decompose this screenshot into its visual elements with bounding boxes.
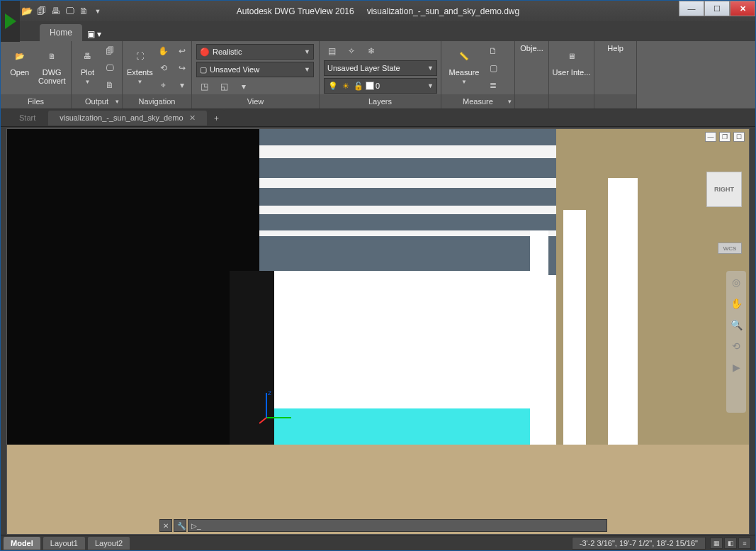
nav-orbit-icon[interactable]: ⟲ [729, 339, 743, 353]
model-viewport[interactable]: Z — ❐ ☐ RIGHT WCS ◎ ✋ 🔍 ⟲ ▶ ✕ 🔧 ▷_ [6, 128, 750, 535]
user-interface-button[interactable]: 🖥 User Inte... [552, 44, 592, 77]
status-scale-button[interactable]: ◧ [724, 538, 737, 549]
tab-layout2[interactable]: Layout2 [88, 537, 130, 550]
panel-obj-title [515, 94, 548, 108]
cmd-config-icon[interactable]: 🔧 [174, 519, 186, 532]
export-button[interactable]: 🗎 [102, 78, 118, 92]
panel-help: Help [594, 41, 637, 108]
nav-wheel-icon[interactable]: ◎ [729, 275, 743, 289]
panel-output: 🖶 Plot ▼ 🗐 🖵 🗎 Output▾ [72, 41, 123, 108]
view-manager-button[interactable]: ▾ [236, 79, 252, 94]
window-controls: — ☐ ✕ [679, 1, 755, 16]
plot-label: Plot [81, 68, 94, 77]
bulb-icon: 💡 [327, 80, 339, 91]
measure-button[interactable]: 📏 Measure ▼ [446, 44, 483, 87]
status-bar: Model Layout1 Layout2 -3'-2 3/16", 19'-7… [1, 535, 755, 550]
ribbon-tabs: Home ▣ ▾ [1, 21, 755, 41]
cmd-input[interactable]: ▷_ [188, 519, 607, 532]
tab-layout1[interactable]: Layout1 [43, 537, 85, 550]
lock-icon: 🔓 [353, 80, 364, 91]
close-icon[interactable]: ✕ [189, 113, 196, 123]
batch-plot-button[interactable]: 🗐 [102, 44, 118, 58]
qat-publish-icon[interactable]: 🗎 [77, 5, 90, 18]
qat-save-icon[interactable]: 🗐 [35, 5, 47, 18]
ui-label: User Inte... [553, 68, 591, 77]
zoom-prev-button[interactable]: ↩ [174, 44, 190, 58]
view-top-button[interactable]: ◱ [216, 79, 232, 94]
command-line[interactable]: ✕ 🔧 ▷_ [159, 518, 607, 533]
layer-current-combo[interactable]: 💡 ☀ 🔓 0 ▼ [324, 78, 437, 94]
layer-state-combo[interactable]: Unsaved Layer State ▼ [324, 60, 437, 76]
qat-drop-icon[interactable]: ▼ [91, 5, 104, 18]
open-label: Open [10, 68, 29, 77]
qat-plot-icon[interactable]: 🖶 [49, 5, 62, 18]
maximize-button[interactable]: ☐ [704, 1, 730, 16]
tab-home[interactable]: Home [40, 24, 82, 41]
coordinates-readout: -3'-2 3/16", 19'-7 1/2", 18'-2 15/16" [572, 537, 706, 550]
orbit-button[interactable]: ⟲ [156, 61, 171, 75]
color-swatch [366, 82, 374, 90]
app-title: Autodesk DWG TrueView 2016 [237, 6, 354, 16]
wcs-label[interactable]: WCS [718, 243, 742, 254]
app-menu-button[interactable] [1, 1, 20, 42]
vp-restore-button[interactable]: ❐ [719, 132, 730, 142]
panel-layers: ▤ ✧ ❄ Unsaved Layer State ▼ 💡 ☀ 🔓 0 ▼ La… [320, 41, 441, 108]
panel-object: Obje... [515, 41, 549, 108]
visual-style-combo[interactable]: 🔴Realistic ▼ [196, 44, 314, 60]
drawing-tabs: Start visualization_-_sun_and_sky_demo ✕… [1, 109, 755, 127]
list-button[interactable]: ≣ [485, 78, 501, 92]
panel-ui: 🖥 User Inte... [549, 41, 594, 108]
svg-marker-0 [5, 13, 16, 29]
view-iso-button[interactable]: ◳ [196, 79, 212, 94]
svg-line-3 [259, 418, 266, 423]
layer-off-button[interactable]: ✧ [344, 44, 359, 58]
measure-label: Measure [449, 68, 480, 77]
steering-button[interactable]: ⌖ [156, 78, 171, 92]
panel-view: 🔴Realistic ▼ ▢Unsaved View ▼ ◳ ◱ ▾ View [192, 41, 320, 108]
pan-button[interactable]: ✋ [156, 44, 171, 58]
zoom-next-button[interactable]: ↪ [174, 61, 190, 75]
nav-zoom-icon[interactable]: 🔍 [729, 318, 743, 332]
layer-freeze-button[interactable]: ❄ [363, 44, 379, 58]
ucs-icon: Z [259, 389, 295, 425]
status-grid-button[interactable]: ▦ [710, 538, 723, 549]
obj-label[interactable]: Obje... [520, 44, 543, 52]
chevron-down-icon: ▼ [304, 48, 310, 55]
minimize-button[interactable]: — [679, 1, 704, 16]
tab-visibility-icon[interactable]: ▣ ▾ [85, 27, 103, 41]
nav-pan-icon[interactable]: ✋ [729, 296, 743, 311]
ui-icon: 🖥 [561, 45, 582, 67]
tab-current-drawing[interactable]: visualization_-_sun_and_sky_demo ✕ [48, 111, 206, 126]
panel-view-title: View [192, 94, 319, 108]
page-setup-button[interactable]: 🖵 [102, 61, 118, 75]
vp-maximize-button[interactable]: ☐ [733, 132, 745, 142]
extents-button[interactable]: ⛶ Extents ▼ [127, 44, 153, 87]
title-bar: 📂 🗐 🖶 🖵 🗎 ▼ Autodesk DWG TrueView 2016 v… [1, 1, 755, 21]
close-button[interactable]: ✕ [730, 1, 755, 16]
layer-prop-button[interactable]: ▤ [324, 44, 339, 58]
scene-3d: Z [7, 129, 749, 534]
dwg-convert-button[interactable]: 🗎 DWG Convert [38, 44, 67, 85]
panel-navigation: ⛶ Extents ▼ ✋ ⟲ ⌖ ↩ ↪ ▾ Navigation [123, 41, 192, 108]
help-label[interactable]: Help [607, 44, 624, 52]
vp-minimize-button[interactable]: — [705, 132, 716, 142]
nav-showmotion-icon[interactable]: ▶ [729, 360, 743, 374]
tab-model[interactable]: Model [4, 537, 40, 550]
qat-preview-icon[interactable]: 🖵 [63, 5, 76, 18]
cmd-close-icon[interactable]: ✕ [159, 519, 172, 532]
panel-output-title: Output▾ [72, 94, 122, 108]
area-button[interactable]: ▢ [485, 61, 501, 75]
status-settings-button[interactable]: ≡ [738, 538, 751, 549]
named-view-combo[interactable]: ▢Unsaved View ▼ [196, 62, 314, 77]
tab-start[interactable]: Start [8, 111, 47, 125]
panel-measure: 📏 Measure ▼ 🗋 ▢ ≣ Measure▾ [441, 41, 515, 108]
qat-open-icon[interactable]: 📂 [21, 5, 33, 18]
tab-new-button[interactable]: ＋ [208, 110, 225, 126]
open-button[interactable]: 📂 Open [5, 44, 35, 77]
nav-more-button[interactable]: ▾ [174, 78, 190, 92]
distance-button[interactable]: 🗋 [485, 44, 501, 58]
plot-button[interactable]: 🖶 Plot ▼ [76, 44, 99, 87]
viewcube[interactable]: RIGHT [706, 172, 742, 207]
plot-icon: 🖶 [77, 45, 98, 67]
layer-state-value: Unsaved Layer State [327, 64, 400, 72]
